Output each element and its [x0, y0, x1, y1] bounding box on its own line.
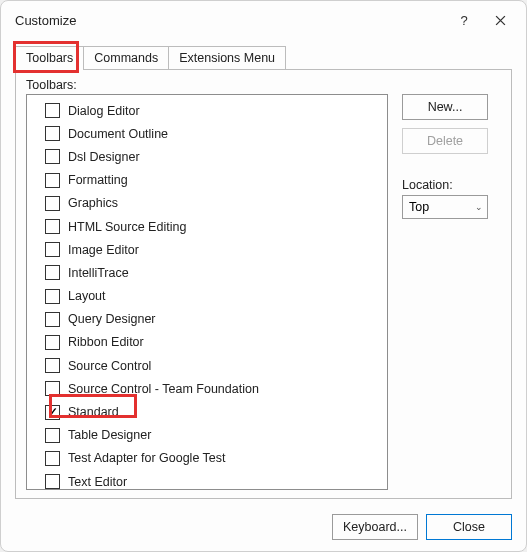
list-item[interactable]: Source Control - Team Foundation — [31, 377, 383, 400]
checkbox-icon[interactable] — [45, 219, 60, 234]
list-item[interactable]: Text Editor — [31, 470, 383, 490]
tab-extensions-menu[interactable]: Extensions Menu — [168, 46, 286, 70]
location-select[interactable]: Top ⌄ — [402, 195, 488, 219]
list-item[interactable]: Document Outline — [31, 122, 383, 145]
list-item-label: Table Designer — [68, 428, 151, 442]
list-item[interactable]: Graphics — [31, 192, 383, 215]
checkbox-icon[interactable] — [45, 451, 60, 466]
list-item[interactable]: Standard — [31, 400, 383, 423]
list-item-label: Graphics — [68, 196, 118, 210]
checkbox-icon[interactable] — [45, 242, 60, 257]
checkbox-icon[interactable] — [45, 173, 60, 188]
tab-toolbars[interactable]: Toolbars — [15, 46, 84, 70]
chevron-down-icon: ⌄ — [475, 202, 483, 212]
list-item[interactable]: IntelliTrace — [31, 261, 383, 284]
list-item[interactable]: Source Control — [31, 354, 383, 377]
list-item-label: HTML Source Editing — [68, 220, 186, 234]
list-item-label: Formatting — [68, 173, 128, 187]
list-item[interactable]: HTML Source Editing — [31, 215, 383, 238]
checkbox-icon[interactable] — [45, 381, 60, 396]
list-item[interactable]: Dsl Designer — [31, 145, 383, 168]
list-item-label: Query Designer — [68, 312, 156, 326]
toolbars-list-label: Toolbars: — [26, 78, 501, 92]
checkbox-icon[interactable] — [45, 196, 60, 211]
location-value: Top — [409, 200, 429, 214]
list-item-label: Standard — [68, 405, 119, 419]
tab-commands[interactable]: Commands — [83, 46, 169, 70]
list-item-label: Image Editor — [68, 243, 139, 257]
dialog-title: Customize — [15, 13, 446, 28]
list-item[interactable]: Query Designer — [31, 308, 383, 331]
checkbox-icon[interactable] — [45, 265, 60, 280]
checkbox-icon[interactable] — [45, 358, 60, 373]
checkbox-icon[interactable] — [45, 474, 60, 489]
checkbox-icon[interactable] — [45, 405, 60, 420]
checkbox-icon[interactable] — [45, 103, 60, 118]
checkbox-icon[interactable] — [45, 149, 60, 164]
list-item-label: Ribbon Editor — [68, 335, 144, 349]
help-button[interactable]: ? — [446, 6, 482, 34]
delete-button: Delete — [402, 128, 488, 154]
side-panel: New... Delete Location: Top ⌄ — [402, 94, 488, 490]
list-item-label: Layout — [68, 289, 106, 303]
checkbox-icon[interactable] — [45, 126, 60, 141]
list-item-label: Dsl Designer — [68, 150, 140, 164]
checkbox-icon[interactable] — [45, 428, 60, 443]
list-item-label: Source Control - Team Foundation — [68, 382, 259, 396]
dialog-footer: Keyboard... Close — [1, 503, 526, 551]
checkbox-icon[interactable] — [45, 335, 60, 350]
tab-page-toolbars: Toolbars: Dialog EditorDocument OutlineD… — [15, 69, 512, 499]
toolbars-listbox[interactable]: Dialog EditorDocument OutlineDsl Designe… — [26, 94, 388, 490]
tab-strip: Toolbars Commands Extensions Menu — [15, 45, 512, 69]
list-item[interactable]: Test Adapter for Google Test — [31, 447, 383, 470]
list-item[interactable]: Dialog Editor — [31, 99, 383, 122]
list-item-label: IntelliTrace — [68, 266, 129, 280]
list-item[interactable]: Ribbon Editor — [31, 331, 383, 354]
titlebar: Customize ? — [1, 1, 526, 39]
list-item-label: Document Outline — [68, 127, 168, 141]
list-item[interactable]: Layout — [31, 285, 383, 308]
checkbox-icon[interactable] — [45, 289, 60, 304]
list-item-label: Source Control — [68, 359, 151, 373]
window-close-button[interactable] — [482, 6, 518, 34]
keyboard-button[interactable]: Keyboard... — [332, 514, 418, 540]
new-button[interactable]: New... — [402, 94, 488, 120]
location-label: Location: — [402, 178, 488, 192]
close-icon — [495, 15, 506, 26]
list-item-label: Text Editor — [68, 475, 127, 489]
list-item-label: Dialog Editor — [68, 104, 140, 118]
list-item-label: Test Adapter for Google Test — [68, 451, 226, 465]
customize-dialog: Customize ? Toolbars Commands Extensions… — [0, 0, 527, 552]
list-item[interactable]: Formatting — [31, 169, 383, 192]
content-area: Toolbars Commands Extensions Menu Toolba… — [1, 39, 526, 503]
list-item[interactable]: Image Editor — [31, 238, 383, 261]
list-item[interactable]: Table Designer — [31, 424, 383, 447]
checkbox-icon[interactable] — [45, 312, 60, 327]
close-button[interactable]: Close — [426, 514, 512, 540]
